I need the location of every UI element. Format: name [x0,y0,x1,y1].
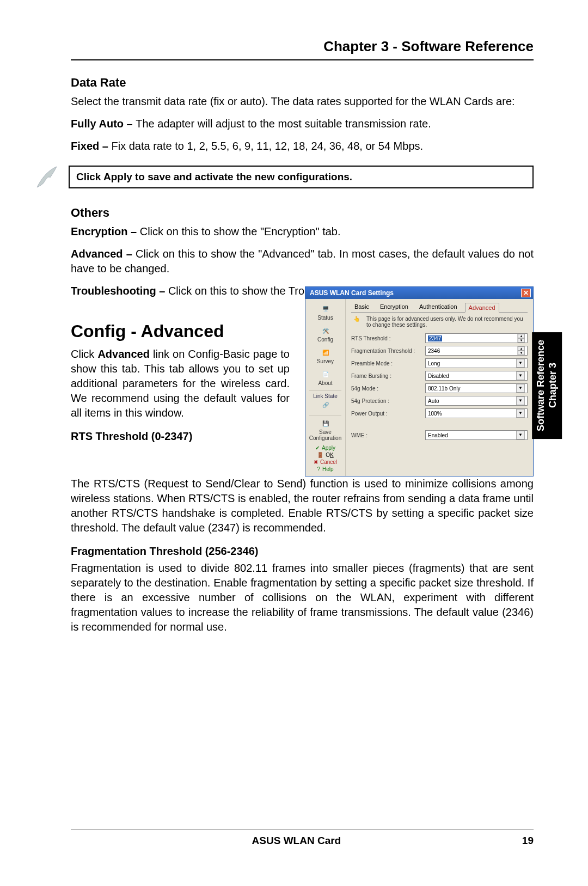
text-config-intro: Click Advanced link on Config-Basic page… [71,347,290,420]
field-wme: WME : Enabled ▼ [351,430,528,440]
note-row: Click Apply to save and activate the new… [33,163,534,191]
sidebar-item-status[interactable]: 🖥️ Status [305,302,345,324]
field-frag: Fragmentation Threshold : 2346 ▲▼ [351,346,528,356]
text-fixed: Fixed – Fix data rate to 1, 2, 5.5, 6, 9… [71,139,534,154]
select-preamble[interactable]: Long ▼ [425,358,528,368]
config-icon: 🛠️ [320,325,332,336]
heading-frag: Fragmentation Threshold (256-2346) [71,545,534,558]
sidebar-link-state: Link State 🔗 [305,392,345,414]
footer: ASUS WLAN Card 19 [71,829,534,847]
close-button[interactable]: ✕ [521,289,531,297]
check-icon: ✔ [315,445,320,451]
field-prot: 54g Protection : Auto ▼ [351,396,528,406]
sidebar-help[interactable]: ?Help [317,466,333,473]
sidebar-apply[interactable]: ✔Apply [315,444,335,451]
note-box: Click Apply to save and activate the new… [69,166,534,188]
select-mode[interactable]: 802.11b Only ▼ [425,383,528,393]
text-encryption: Encryption – Click on this to show the "… [71,224,534,239]
chevron-down-icon[interactable]: ▼ [516,431,525,439]
input-frag[interactable]: 2346 ▲▼ [425,346,528,356]
page-number: 19 [522,835,534,846]
desc-encryption: Click on this to show the "Encryption" t… [140,225,341,237]
tabs: Basic Encryption Authentication Advanced [351,302,528,313]
label-advanced: Advanced – [71,248,136,260]
label-mode: 54g Mode : [351,386,422,392]
desc-fixed: Fix data rate to 1, 2, 5.5, 6, 9, 11, 12… [111,140,423,152]
label-prot: 54g Protection : [351,398,422,404]
sidebar-ok[interactable]: 🚪OK [317,451,333,459]
label-burst: Frame Bursting : [351,373,422,379]
select-prot[interactable]: Auto ▼ [425,396,528,406]
sidebar-save-config[interactable]: 💾 Save Configuration [305,417,345,444]
x-icon: ✖ [314,459,318,465]
heading-others: Others [71,206,534,220]
question-icon: ? [317,466,320,472]
dialog-sidebar: 🖥️ Status 🛠️ Config 📶 Survey 📄 About [305,299,346,476]
chevron-down-icon[interactable]: ▼ [516,396,525,405]
heading-config-advanced: Config - Advanced [71,321,290,341]
chapter-title: Chapter 3 - Software Reference [71,38,534,55]
label-frag: Fragmentation Threshold : [351,348,422,354]
field-power: Power Output : 100% ▼ [351,408,528,418]
text-frag: Fragmentation is used to divide 802.11 f… [71,561,534,634]
chevron-down-icon[interactable]: ▼ [516,359,525,368]
wlan-settings-dialog: ASUS WLAN Card Settings ✕ 🖥️ Status 🛠️ C… [305,286,534,476]
rule-top [71,59,534,60]
input-rts[interactable]: 2347 ▲▼ [425,333,528,343]
status-icon: 🖥️ [320,303,332,314]
text-fully-auto: Fully Auto – The adapter will adjust to … [71,117,534,131]
survey-icon: 📶 [320,347,332,358]
tab-encryption[interactable]: Encryption [377,302,412,312]
label-rts: RTS Threshold : [351,335,422,341]
sidebar-item-config[interactable]: 🛠️ Config [305,324,345,346]
sidebar-cancel[interactable]: ✖Cancel [314,459,337,466]
spinner-icon[interactable]: ▲▼ [517,334,525,343]
footer-title: ASUS WLAN Card [252,835,341,847]
spinner-icon[interactable]: ▲▼ [517,346,525,355]
info-text: This page is for advanced users only. We… [366,316,528,328]
pointer-icon: 👆 [351,316,362,322]
text-rts: The RTS/CTS (Request to Send/Clear to Se… [71,476,534,535]
about-icon: 📄 [320,369,332,380]
chevron-down-icon[interactable]: ▼ [516,384,525,393]
label-fully-auto: Fully Auto – [71,118,136,130]
tab-authentication[interactable]: Authentication [416,302,461,312]
sidebar-item-survey[interactable]: 📶 Survey [305,346,345,368]
quill-icon [33,163,60,191]
label-preamble: Preamble Mode : [351,360,422,366]
label-troubleshooting: Troubleshooting – [71,285,168,297]
select-wme[interactable]: Enabled ▼ [425,430,528,440]
heading-data-rate: Data Rate [71,76,534,90]
heading-rts: RTS Threshold (0-2347) [71,430,290,443]
text-advanced: Advanced – Click on this to show the "Ad… [71,247,534,276]
dialog-titlebar[interactable]: ASUS WLAN Card Settings ✕ [305,287,533,299]
select-burst[interactable]: Disabled ▼ [425,371,528,381]
desc-advanced: Click on this to show the "Advanced" tab… [71,248,534,274]
field-preamble: Preamble Mode : Long ▼ [351,358,528,368]
sidebar-item-about[interactable]: 📄 About [305,368,345,389]
chevron-down-icon[interactable]: ▼ [516,371,525,380]
label-fixed: Fixed – [71,140,111,152]
desc-fully-auto: The adapter will adjust to the most suit… [136,118,431,130]
text-data-rate-intro: Select the transmit data rate (fix or au… [71,94,534,109]
link-state-icon: 🔗 [320,399,332,410]
dialog-title: ASUS WLAN Card Settings [310,289,394,297]
label-power: Power Output : [351,411,422,417]
chevron-down-icon[interactable]: ▼ [516,409,525,418]
label-encryption: Encryption – [71,225,140,237]
field-burst: Frame Bursting : Disabled ▼ [351,371,528,381]
select-power[interactable]: 100% ▼ [425,408,528,418]
door-icon: 🚪 [317,452,323,458]
info-row: 👆 This page is for advanced users only. … [351,316,528,328]
side-tab: Software ReferenceChapter 3 [532,332,562,439]
label-wme: WME : [351,432,422,438]
tab-advanced[interactable]: Advanced [465,303,499,313]
tab-basic[interactable]: Basic [351,302,372,312]
save-icon: 💾 [320,418,332,429]
field-mode: 54g Mode : 802.11b Only ▼ [351,383,528,393]
field-rts: RTS Threshold : 2347 ▲▼ [351,333,528,343]
